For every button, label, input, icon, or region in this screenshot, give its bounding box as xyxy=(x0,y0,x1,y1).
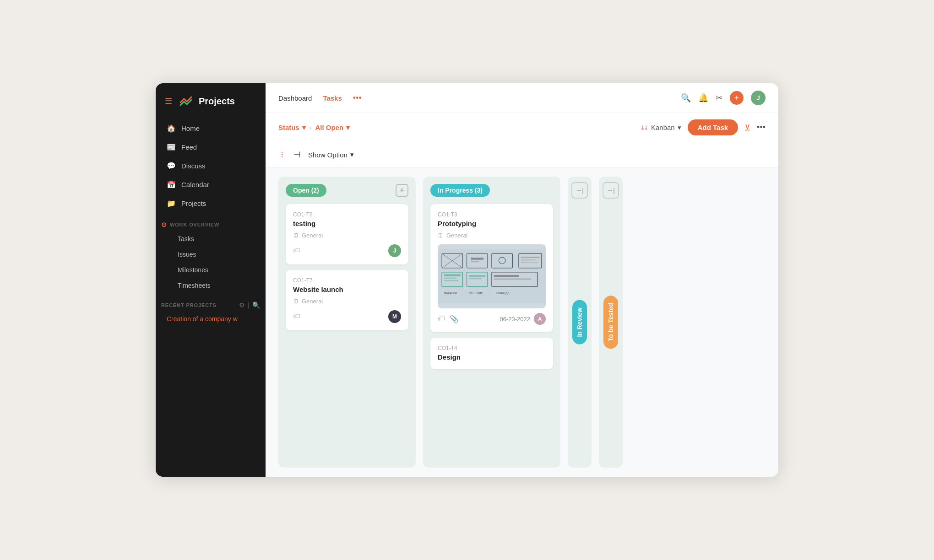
task-image: Функции Решение Команда xyxy=(438,244,546,308)
sidebar: ☰ Projects 🏠 Home 📰 Feed 💬 Discuss xyxy=(156,83,266,477)
attachment-icon: 📎 xyxy=(450,315,459,323)
col-badge-open: Open (2) xyxy=(286,184,326,197)
show-option-button[interactable]: Show Option ▾ xyxy=(308,151,354,159)
task-meta: 🗓 General xyxy=(438,232,546,239)
sidebar-item-home[interactable]: 🏠 Home xyxy=(161,119,260,138)
sidebar-item-timesheets[interactable]: Timesheets xyxy=(161,278,260,293)
task-title: Design xyxy=(438,353,546,361)
logo-text: Projects xyxy=(199,96,235,107)
task-card[interactable]: CO1-T6 testing 🗓 General 🏷 J xyxy=(286,204,408,264)
logo-icon xyxy=(179,93,194,109)
task-date-avatar: 06-23-2022 A xyxy=(500,313,546,325)
sidebar-item-milestones[interactable]: Milestones xyxy=(161,262,260,278)
tab-dashboard[interactable]: Dashboard xyxy=(278,94,312,102)
sidebar-item-label: Projects xyxy=(181,199,206,207)
collapse-view-icon[interactable]: ⊣ xyxy=(292,148,303,162)
topbar-right: 🔍 🔔 ✂ + J xyxy=(681,91,766,105)
recent-icons: ⚙ | 🔍 xyxy=(239,302,260,309)
collapse-arrow-in-review[interactable]: →| xyxy=(571,182,588,199)
chevron-down-icon: ▾ xyxy=(678,124,681,132)
svg-rect-12 xyxy=(521,262,538,263)
col-add-button-open[interactable]: + xyxy=(396,184,408,197)
kanban-col-in-review: →| In Review xyxy=(568,177,592,468)
bell-icon[interactable]: 🔔 xyxy=(698,93,708,103)
svg-rect-21 xyxy=(494,275,519,277)
svg-text:Решение: Решение xyxy=(469,291,483,295)
tab-tasks[interactable]: Tasks xyxy=(323,94,342,102)
status-label: Status xyxy=(278,124,299,131)
sidebar-item-projects[interactable]: 📁 Projects xyxy=(161,194,260,213)
sidebar-item-discuss[interactable]: 💬 Discuss xyxy=(161,156,260,175)
add-button[interactable]: + xyxy=(730,91,744,105)
search-icon[interactable]: 🔍 xyxy=(252,302,260,309)
home-icon: 🏠 xyxy=(167,124,176,133)
collapse-arrow-to-be-tested[interactable]: →| xyxy=(603,182,619,199)
more-options-icon[interactable]: ••• xyxy=(757,123,766,132)
task-id: CO1-T6 xyxy=(293,211,401,218)
avatar[interactable]: J xyxy=(751,91,766,105)
category-icon: 🗓 xyxy=(438,232,444,239)
status-button[interactable]: Status ▾ xyxy=(278,124,306,132)
tag-icon: 🏷 xyxy=(293,247,300,255)
task-title: Website launch xyxy=(293,285,401,293)
add-task-button[interactable]: Add Task xyxy=(688,119,738,135)
sidebar-item-feed[interactable]: 📰 Feed xyxy=(161,138,260,156)
topbar-left: Dashboard Tasks ••• xyxy=(278,93,362,103)
task-footer: 🏷 M xyxy=(293,310,401,323)
tag-icon: 🏷 xyxy=(438,315,445,323)
task-meta: 🗓 General xyxy=(293,298,401,305)
svg-rect-18 xyxy=(469,275,485,277)
task-category: General xyxy=(446,232,467,239)
sidebar-item-label: Discuss xyxy=(181,162,206,170)
task-card[interactable]: CO1-T7 Website launch 🗓 General 🏷 M xyxy=(286,270,408,330)
chevron-down-icon: ▾ xyxy=(350,151,354,159)
all-open-button[interactable]: All Open ▾ xyxy=(315,124,350,132)
topbar-more[interactable]: ••• xyxy=(353,93,362,103)
task-category: General xyxy=(302,298,323,305)
avatar: M xyxy=(388,310,401,323)
scissors-icon[interactable]: ✂ xyxy=(716,93,722,103)
kanban-icon: ⫰⫰ xyxy=(641,124,648,131)
task-date: 06-23-2022 xyxy=(500,316,531,323)
task-card[interactable]: CO1-T4 Design xyxy=(430,338,553,369)
task-id: CO1-T7 xyxy=(293,277,401,284)
filter-icon[interactable]: ⊻ xyxy=(744,123,750,133)
sidebar-item-label: Feed xyxy=(181,143,197,151)
sidebar-item-calendar[interactable]: 📅 Calendar xyxy=(161,175,260,194)
avatar: A xyxy=(534,313,546,325)
kanban-button[interactable]: ⫰⫰ Kanban ▾ xyxy=(641,124,681,132)
col-badge-inprogress: In Progress (3) xyxy=(430,184,490,197)
recent-project-link[interactable]: Creation of a company w xyxy=(161,313,260,324)
task-footer: 🏷 J xyxy=(293,244,401,257)
all-open-label: All Open xyxy=(315,124,344,131)
toolbar-right: ⫰⫰ Kanban ▾ Add Task ⊻ ••• xyxy=(641,119,766,135)
search-icon[interactable]: 🔍 xyxy=(681,93,691,103)
task-icons: 🏷 📎 xyxy=(438,315,459,323)
topbar: Dashboard Tasks ••• 🔍 🔔 ✂ + J xyxy=(266,83,778,113)
filter-icon[interactable]: ⚙ xyxy=(239,302,245,309)
group-view-icon[interactable]: ⫶ xyxy=(278,148,286,162)
arrow-separator: › xyxy=(310,124,312,131)
calendar-icon: 📅 xyxy=(167,180,176,189)
hamburger-icon[interactable]: ☰ xyxy=(165,96,172,106)
task-title: Prototyping xyxy=(438,220,546,227)
app-container: ☰ Projects 🏠 Home 📰 Feed 💬 Discuss xyxy=(156,83,778,477)
task-card[interactable]: CO1-T3 Prototyping 🗓 General xyxy=(430,204,553,332)
sidebar-item-label: Home xyxy=(181,124,200,132)
svg-rect-19 xyxy=(469,278,481,280)
sidebar-item-tasks[interactable]: Tasks xyxy=(161,231,260,247)
chevron-down-icon: ▾ xyxy=(346,124,350,132)
kanban-col-inprogress: In Progress (3) CO1-T3 Prototyping 🗓 Gen… xyxy=(423,177,560,468)
discuss-icon: 💬 xyxy=(167,162,176,170)
svg-text:Команда: Команда xyxy=(496,291,510,295)
sidebar-item-label: Calendar xyxy=(181,181,209,188)
work-overview-icon: ⊙ xyxy=(161,221,167,228)
kanban-label: Kanban xyxy=(651,124,675,131)
category-icon: 🗓 xyxy=(293,232,299,239)
work-overview-section: ⊙ WORK OVERVIEW xyxy=(156,213,266,231)
main-content: Dashboard Tasks ••• 🔍 🔔 ✂ + J Status ▾ › xyxy=(266,83,778,477)
toolbar: Status ▾ › All Open ▾ ⫰⫰ Kanban ▾ Add Ta… xyxy=(266,113,778,142)
sidebar-item-issues[interactable]: Issues xyxy=(161,247,260,262)
recent-label: RECENT PROJECTS xyxy=(161,302,217,308)
svg-rect-6 xyxy=(471,261,479,262)
